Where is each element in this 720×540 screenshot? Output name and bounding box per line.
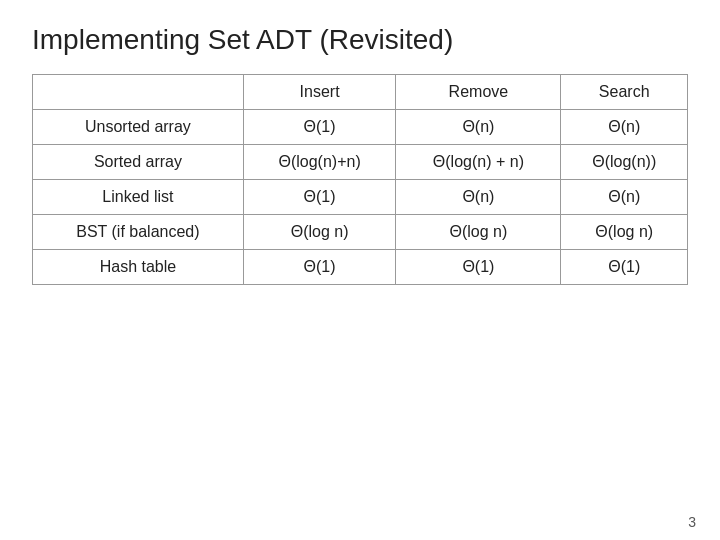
row-search-3: Θ(log n) <box>561 215 688 250</box>
row-remove-0: Θ(n) <box>396 110 561 145</box>
complexity-table: Insert Remove Search Unsorted arrayΘ(1)Θ… <box>32 74 688 285</box>
table-header-row: Insert Remove Search <box>33 75 688 110</box>
row-search-0: Θ(n) <box>561 110 688 145</box>
page-title: Implementing Set ADT (Revisited) <box>0 0 720 74</box>
header-insert: Insert <box>243 75 395 110</box>
row-remove-3: Θ(log n) <box>396 215 561 250</box>
row-label-1: Sorted array <box>33 145 244 180</box>
row-label-4: Hash table <box>33 250 244 285</box>
table-row: Hash tableΘ(1)Θ(1)Θ(1) <box>33 250 688 285</box>
row-remove-4: Θ(1) <box>396 250 561 285</box>
table-row: BST (if balanced)Θ(log n)Θ(log n)Θ(log n… <box>33 215 688 250</box>
row-remove-2: Θ(n) <box>396 180 561 215</box>
row-search-1: Θ(log(n)) <box>561 145 688 180</box>
row-label-0: Unsorted array <box>33 110 244 145</box>
row-insert-4: Θ(1) <box>243 250 395 285</box>
table-row: Linked listΘ(1)Θ(n)Θ(n) <box>33 180 688 215</box>
row-remove-1: Θ(log(n) + n) <box>396 145 561 180</box>
row-search-2: Θ(n) <box>561 180 688 215</box>
row-insert-2: Θ(1) <box>243 180 395 215</box>
header-remove: Remove <box>396 75 561 110</box>
header-empty <box>33 75 244 110</box>
page-number: 3 <box>688 514 696 530</box>
row-insert-3: Θ(log n) <box>243 215 395 250</box>
table-row: Unsorted arrayΘ(1)Θ(n)Θ(n) <box>33 110 688 145</box>
row-insert-0: Θ(1) <box>243 110 395 145</box>
header-search: Search <box>561 75 688 110</box>
row-label-2: Linked list <box>33 180 244 215</box>
table-row: Sorted arrayΘ(log(n)+n)Θ(log(n) + n)Θ(lo… <box>33 145 688 180</box>
main-table-container: Insert Remove Search Unsorted arrayΘ(1)Θ… <box>0 74 720 285</box>
row-insert-1: Θ(log(n)+n) <box>243 145 395 180</box>
row-label-3: BST (if balanced) <box>33 215 244 250</box>
row-search-4: Θ(1) <box>561 250 688 285</box>
